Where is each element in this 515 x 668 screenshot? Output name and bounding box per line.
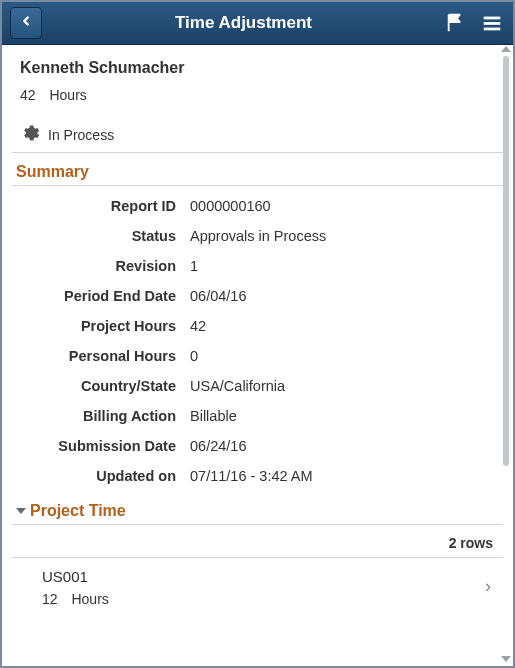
label-submission-date: Submission Date [16,438,176,454]
processing-status-label: In Process [48,127,114,143]
back-icon [19,14,33,32]
label-updated-on: Updated on [16,468,176,484]
project-hours-label: Hours [71,591,108,607]
value-country-state: USA/California [190,378,499,394]
value-submission-date: 06/24/16 [190,438,499,454]
project-time-section-header[interactable]: Project Time [12,496,503,525]
value-revision: 1 [190,258,499,274]
project-time-row-count: 2 rows [12,525,503,558]
label-billing-action: Billing Action [16,408,176,424]
app-frame: Time Adjustment Kenneth Schumacher 42 Ho… [0,0,515,668]
value-personal-hours: 0 [190,348,499,364]
employee-hours-value: 42 [20,87,36,103]
svg-rect-0 [484,17,501,20]
summary-fields: Report ID 0000000160 Status Approvals in… [12,186,503,496]
employee-hours: 42 Hours [12,81,503,109]
value-updated-on: 07/11/16 - 3:42 AM [190,468,499,484]
label-revision: Revision [16,258,176,274]
label-project-hours: Project Hours [16,318,176,334]
caret-down-icon [16,508,26,514]
project-hours-line: 12 Hours [42,591,473,607]
header-bar: Time Adjustment [2,2,513,45]
processing-status: In Process [12,109,503,153]
project-time-section-title: Project Time [30,502,126,520]
value-period-end: 06/04/16 [190,288,499,304]
value-status: Approvals in Process [190,228,499,244]
content-scroll[interactable]: Kenneth Schumacher 42 Hours In Process S… [2,45,513,666]
employee-hours-label: Hours [49,87,86,103]
value-billing-action: Billable [190,408,499,424]
page-title: Time Adjustment [42,13,445,33]
chevron-right-icon: › [485,575,491,596]
label-country-state: Country/State [16,378,176,394]
value-report-id: 0000000160 [190,198,499,214]
summary-section-title: Summary [12,157,503,186]
project-time-list-item[interactable]: US001 12 Hours › [12,558,503,613]
employee-name: Kenneth Schumacher [12,45,503,81]
project-code: US001 [42,568,473,591]
label-personal-hours: Personal Hours [16,348,176,364]
menu-icon[interactable] [481,12,503,34]
gear-icon [20,123,40,146]
label-status: Status [16,228,176,244]
project-hours-value: 12 [42,591,58,607]
back-button[interactable] [10,7,42,39]
label-period-end: Period End Date [16,288,176,304]
flag-icon[interactable] [445,12,467,34]
header-actions [445,12,503,34]
label-report-id: Report ID [16,198,176,214]
svg-rect-1 [484,22,501,25]
value-project-hours: 42 [190,318,499,334]
svg-rect-2 [484,28,501,31]
